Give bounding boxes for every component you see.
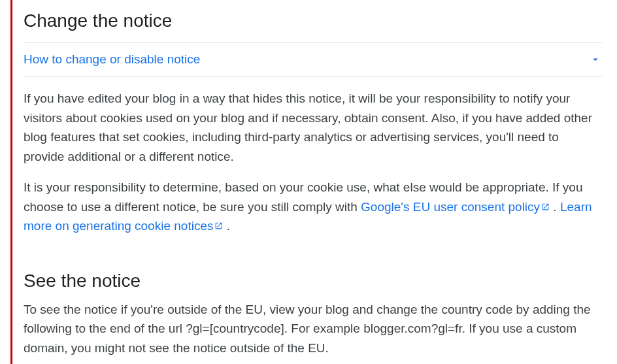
text: . bbox=[550, 200, 560, 214]
highlight-bar bbox=[10, 0, 12, 364]
chevron-down-icon bbox=[590, 54, 601, 65]
paragraph: If you have edited your blog in a way th… bbox=[24, 89, 603, 166]
expander-how-to-change[interactable]: How to change or disable notice bbox=[24, 42, 603, 77]
paragraph: To see the notice if you're outside of t… bbox=[24, 300, 603, 357]
external-link-icon bbox=[541, 203, 550, 211]
text: . bbox=[223, 219, 230, 233]
section-heading-see: See the notice bbox=[24, 269, 603, 293]
section-heading-change: Change the notice bbox=[24, 9, 603, 33]
paragraph: It is your responsibility to determine, … bbox=[24, 178, 603, 235]
external-link-icon bbox=[214, 222, 223, 230]
article-content: Change the notice How to change or disab… bbox=[0, 0, 617, 357]
link-eu-consent-policy[interactable]: Google's EU user consent policy bbox=[361, 200, 550, 214]
link-text: Google's EU user consent policy bbox=[361, 200, 540, 214]
expander-label: How to change or disable notice bbox=[24, 52, 200, 67]
